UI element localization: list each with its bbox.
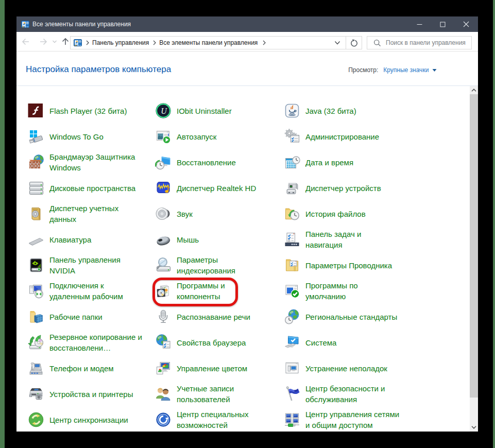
svg-text:U: U [161, 107, 167, 115]
